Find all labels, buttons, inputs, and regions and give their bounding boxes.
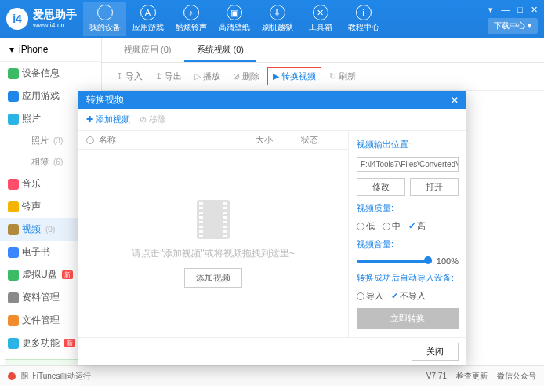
sidebar-icon <box>8 91 19 102</box>
nav-icon: i <box>356 5 372 20</box>
import-yes-radio[interactable]: 导入 <box>357 290 383 302</box>
add-video-button[interactable]: ✚ 添加视频 <box>86 114 130 125</box>
sidebar-item-设备信息[interactable]: 设备信息 <box>0 62 101 85</box>
download-center-button[interactable]: 下载中心 ▾ <box>488 18 538 34</box>
volume-value: 100% <box>437 256 459 266</box>
window-max-icon[interactable]: □ <box>517 5 523 14</box>
toolbar-icon: ↧ <box>116 71 123 82</box>
auto-import-label: 转换成功后自动导入设备: <box>357 272 459 284</box>
nav-刷机越狱[interactable]: ⇩刷机越狱 <box>256 2 299 36</box>
import-no-radio[interactable]: ✔不导入 <box>391 290 426 302</box>
version-label: V7.71 <box>426 372 447 380</box>
open-path-button[interactable]: 打开 <box>410 178 459 196</box>
toolbar-icon: ↥ <box>155 71 162 82</box>
sidebar-icon <box>8 338 19 349</box>
nav-我的设备[interactable]: 我的设备 <box>83 2 126 36</box>
quality-high-radio[interactable]: ✔高 <box>408 220 426 232</box>
toolbar-刷新[interactable]: ↻ 刷新 <box>325 68 361 85</box>
chevron-down-icon: ▾ <box>9 44 14 55</box>
remove-video-button[interactable]: ⊘ 移除 <box>140 114 166 125</box>
toolbar-icon: ▶ <box>273 71 279 82</box>
film-icon <box>197 200 230 239</box>
volume-slider[interactable] <box>357 260 432 263</box>
toolbar-导入[interactable]: ↧ 导入 <box>111 68 147 85</box>
select-all-checkbox[interactable] <box>86 136 94 144</box>
window-close-icon[interactable]: ✕ <box>531 5 538 15</box>
quality-label: 视频质量: <box>357 202 459 214</box>
dialog-close-button[interactable]: 关闭 <box>412 343 459 361</box>
sidebar-icon <box>8 114 19 125</box>
convert-video-dialog: 转换视频 ✕ ✚ 添加视频 ⊘ 移除 名称 大小 状态 请点击"添加视频"或将视… <box>78 91 466 365</box>
nav-教程中心[interactable]: i教程中心 <box>342 2 385 36</box>
sidebar-icon <box>8 270 19 281</box>
output-path-field[interactable]: F:\i4Tools7\Files\ConvertedVid <box>357 157 459 172</box>
dialog-close-icon[interactable]: ✕ <box>451 95 459 106</box>
empty-hint: 请点击"添加视频"或将视频拖拽到这里~ <box>132 247 295 260</box>
output-path-label: 视频输出位置: <box>357 139 459 151</box>
app-logo: i4 爱思助手 www.i4.cn <box>6 8 77 30</box>
toolbar-导出[interactable]: ↥ 导出 <box>151 68 187 85</box>
wechat-link[interactable]: 微信公众号 <box>497 371 536 382</box>
modify-path-button[interactable]: 修改 <box>357 178 405 196</box>
nav-高清壁纸[interactable]: ▣高清壁纸 <box>212 2 256 36</box>
nav-酷炫铃声[interactable]: ♪酷炫铃声 <box>169 2 212 36</box>
nav-icon: ⇩ <box>270 5 285 20</box>
convert-now-button[interactable]: 立即转换 <box>357 308 459 329</box>
check-update-link[interactable]: 检查更新 <box>456 371 488 382</box>
brand-url: www.i4.cn <box>33 21 77 29</box>
toolbar-icon: ▷ <box>194 71 201 82</box>
dialog-title: 转换视频 <box>86 93 124 107</box>
volume-label: 视频音量: <box>357 238 459 250</box>
toolbar-icon: ↻ <box>329 71 336 82</box>
sidebar-icon <box>8 179 19 190</box>
toolbar-转换视频[interactable]: ▶ 转换视频 <box>267 67 321 85</box>
window-controls: ▾ — □ ✕ 下载中心 ▾ <box>485 5 538 34</box>
nav-应用游戏[interactable]: A应用游戏 <box>126 2 169 36</box>
nav-icon: ♪ <box>183 5 199 20</box>
list-header: 名称 大小 状态 <box>78 131 348 150</box>
sidebar-icon <box>8 201 19 212</box>
sidebar-icon <box>8 315 19 326</box>
nav-工具箱[interactable]: ✕工具箱 <box>299 2 342 36</box>
tab-系统视频[interactable]: 系统视频 (0) <box>184 38 257 62</box>
nav-icon <box>97 5 113 20</box>
window-menu-icon[interactable]: ▾ <box>488 5 493 15</box>
quality-low-radio[interactable]: 低 <box>357 220 375 232</box>
sidebar-icon <box>8 247 19 258</box>
block-itunes-toggle[interactable]: 阻止iTunes自动运行 <box>8 371 91 382</box>
add-video-cta[interactable]: 添加视频 <box>184 268 242 288</box>
nav-icon: ✕ <box>313 5 328 20</box>
empty-drop-area[interactable]: 请点击"添加视频"或将视频拖拽到这里~ 添加视频 <box>78 150 348 337</box>
device-name: iPhone <box>19 44 48 55</box>
nav-icon: ▣ <box>227 5 242 20</box>
brand-name: 爱思助手 <box>33 9 77 20</box>
sidebar-icon <box>8 292 19 303</box>
toolbar-删除[interactable]: ⊘ 删除 <box>228 68 264 85</box>
sidebar-icon <box>8 224 19 235</box>
sidebar-icon <box>8 68 19 79</box>
window-min-icon[interactable]: — <box>501 5 510 14</box>
device-selector[interactable]: ▾ iPhone <box>0 38 101 62</box>
quality-mid-radio[interactable]: 中 <box>383 220 401 232</box>
tab-视频应用[interactable]: 视频应用 (0) <box>111 38 184 62</box>
stop-icon <box>8 372 16 380</box>
logo-badge: i4 <box>6 8 28 30</box>
nav-icon: A <box>140 5 156 20</box>
toolbar-播放[interactable]: ▷ 播放 <box>190 68 225 85</box>
toolbar-icon: ⊘ <box>233 71 240 82</box>
